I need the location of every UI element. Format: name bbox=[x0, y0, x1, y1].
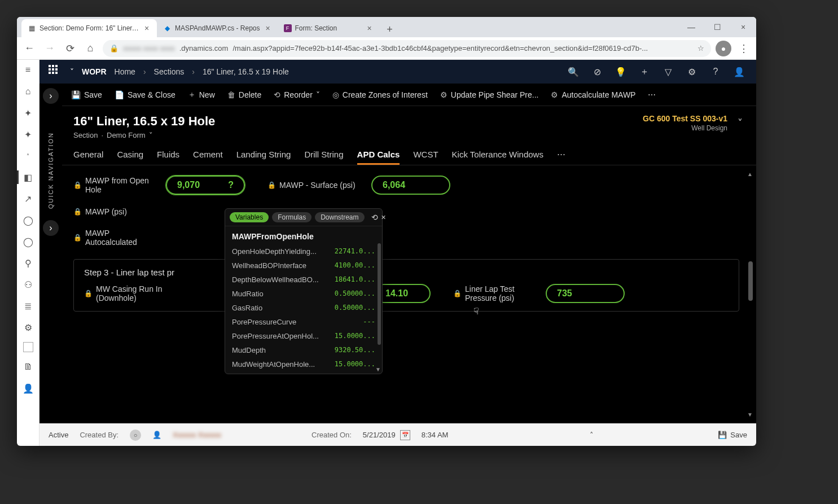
tab-casing[interactable]: Casing bbox=[117, 150, 143, 165]
mawp-open-hole-input[interactable]: 9,070 ? bbox=[166, 176, 245, 195]
task-icon[interactable]: ⊘ bbox=[589, 64, 605, 80]
back-button[interactable]: ← bbox=[21, 41, 37, 56]
content-scrollbar[interactable]: ▲ ▼ bbox=[747, 171, 753, 418]
autocalc-button[interactable]: ⚙Autocalculate MAWP bbox=[551, 90, 635, 99]
variable-row[interactable]: MudWeightAtOpenHole...15.0000... bbox=[225, 357, 382, 371]
variable-row[interactable]: WellheadBOPInterface4100.00... bbox=[225, 258, 382, 273]
popover-tab-downstream[interactable]: Downstream bbox=[315, 212, 364, 222]
breadcrumb-home[interactable]: Home bbox=[115, 67, 135, 76]
chevron-down-icon[interactable]: ˅ bbox=[149, 131, 153, 139]
scroll-down-icon[interactable]: ▼ bbox=[747, 411, 753, 418]
casing-test-input[interactable]: 14.10 bbox=[374, 284, 431, 303]
user-icon[interactable]: 👤 bbox=[731, 64, 747, 80]
header-expand-icon[interactable]: ˅ bbox=[738, 117, 743, 129]
liner-lap-input[interactable]: 735 bbox=[546, 284, 625, 303]
rail-gear-icon[interactable]: ⚙ bbox=[21, 321, 35, 334]
quicknav-expand-icon[interactable]: › bbox=[43, 220, 59, 236]
close-icon[interactable]: × bbox=[142, 24, 151, 33]
mawp-surface-input[interactable]: 6,064 bbox=[371, 176, 450, 195]
variable-row[interactable]: MudRatio0.50000... bbox=[225, 287, 382, 301]
new-tab-button[interactable]: + bbox=[382, 21, 398, 37]
tab-kick-tolerance[interactable]: Kick Tolerance Windows bbox=[452, 150, 543, 165]
gear-icon[interactable]: ⚙ bbox=[684, 64, 700, 80]
close-window-button[interactable]: × bbox=[730, 17, 756, 37]
browser-menu-button[interactable]: ⋮ bbox=[736, 42, 752, 55]
form-selector[interactable]: Demo Form bbox=[107, 131, 146, 139]
save-button[interactable]: 💾Save bbox=[71, 90, 102, 99]
help-icon[interactable]: ? bbox=[708, 64, 723, 80]
popover-scrollbar[interactable] bbox=[378, 243, 381, 345]
tab-fluids[interactable]: Fluids bbox=[157, 150, 179, 165]
overflow-button[interactable]: ⋯ bbox=[648, 90, 656, 99]
rail-chevron-icon[interactable]: ˄ bbox=[21, 149, 35, 163]
tab-apd-calcs[interactable]: APD Calcs bbox=[357, 150, 400, 165]
tab-general[interactable]: General bbox=[73, 150, 103, 165]
created-by-name[interactable]: Xxxxxx Xxxxxx bbox=[173, 431, 221, 439]
related-well-title[interactable]: GC 600 Test SS 003-v1 bbox=[643, 114, 727, 123]
rail-icon[interactable]: ◯ bbox=[21, 213, 35, 227]
tab-cement[interactable]: Cement bbox=[193, 150, 223, 165]
delete-button[interactable]: 🗑Delete bbox=[227, 90, 261, 99]
browser-tab-2[interactable]: ◆ MASPAndMAWP.cs - Repos × bbox=[157, 19, 278, 37]
create-zones-button[interactable]: ◎Create Zones of Interest bbox=[332, 90, 428, 99]
filter-icon[interactable]: ▽ bbox=[660, 64, 676, 80]
rail-icon[interactable]: ⚲ bbox=[21, 256, 35, 270]
close-icon[interactable]: × bbox=[365, 24, 374, 33]
rail-nav-icon[interactable]: ✦ bbox=[21, 128, 35, 141]
breadcrumb-sections[interactable]: Sections bbox=[154, 67, 185, 76]
quicknav-expand-icon[interactable]: › bbox=[43, 88, 59, 104]
scroll-up-icon[interactable]: ▲ bbox=[747, 171, 753, 177]
forward-button[interactable]: → bbox=[42, 41, 58, 56]
chevron-down-icon[interactable]: ˅ bbox=[70, 67, 74, 76]
profile-avatar[interactable]: ● bbox=[716, 41, 731, 56]
plus-icon[interactable]: ＋ bbox=[637, 64, 652, 80]
rail-selected-icon[interactable]: ◧ bbox=[21, 170, 35, 184]
variable-row[interactable]: OpenHoleDepthYielding...22741.0... bbox=[225, 244, 382, 258]
reload-button[interactable]: ⟳ bbox=[62, 41, 78, 56]
popover-tab-variables[interactable]: Variables bbox=[230, 212, 269, 222]
rail-icon[interactable]: ≣ bbox=[21, 299, 35, 313]
new-button[interactable]: ＋New bbox=[188, 90, 215, 100]
url-input[interactable]: 🔒 xxxxx xxxx xxxx .dynamics.com /main.as… bbox=[103, 40, 711, 57]
variable-row[interactable]: GasRatio0.50000... bbox=[225, 301, 382, 315]
variable-row[interactable]: MudDepth9320.50... bbox=[225, 343, 382, 357]
close-icon[interactable]: × bbox=[264, 24, 273, 33]
scroll-down-icon[interactable]: ▼ bbox=[375, 366, 381, 372]
star-icon[interactable]: ☆ bbox=[697, 44, 704, 52]
variable-row[interactable]: PorePressureCurve--- bbox=[225, 315, 382, 329]
app-launcher-icon[interactable] bbox=[49, 65, 62, 78]
maximize-button[interactable]: ☐ bbox=[704, 17, 730, 37]
rail-icon[interactable] bbox=[23, 342, 33, 352]
formula-help-icon[interactable]: ? bbox=[228, 180, 234, 190]
tab-landing-string[interactable]: Landing String bbox=[236, 150, 291, 165]
tab-overflow[interactable]: ⋯ bbox=[557, 149, 565, 165]
update-pipe-button[interactable]: ⚙Update Pipe Shear Pre... bbox=[440, 90, 539, 99]
reorder-button[interactable]: ⟲Reorder˅ bbox=[274, 90, 320, 99]
search-icon[interactable]: 🔍 bbox=[565, 64, 581, 80]
variable-row[interactable]: DepthBelowWellheadBO...18641.0... bbox=[225, 273, 382, 287]
footer-save-button[interactable]: 💾 Save bbox=[718, 431, 747, 439]
rail-home-icon[interactable]: ⌂ bbox=[21, 85, 35, 98]
scroll-thumb[interactable] bbox=[748, 261, 753, 301]
tab-drill-string[interactable]: Drill String bbox=[304, 150, 343, 165]
calendar-icon[interactable]: 📅 bbox=[400, 430, 410, 440]
tab-wcst[interactable]: WCST bbox=[413, 150, 438, 165]
popover-tab-formulas[interactable]: Formulas bbox=[272, 212, 311, 222]
home-button[interactable]: ⌂ bbox=[82, 41, 98, 56]
browser-tab-3[interactable]: F Form: Section × bbox=[278, 19, 380, 37]
chevron-up-icon[interactable]: ˄ bbox=[590, 431, 594, 439]
refresh-icon[interactable]: ⟲ bbox=[371, 213, 378, 222]
rail-nav-icon[interactable]: ✦ bbox=[21, 106, 35, 120]
close-icon[interactable]: × bbox=[381, 213, 386, 222]
rail-person-icon[interactable]: ⚇ bbox=[21, 278, 35, 291]
rail-icon[interactable]: ◯ bbox=[21, 235, 35, 248]
created-on-date[interactable]: 5/21/2019 bbox=[363, 431, 396, 439]
rail-icon[interactable]: ↗ bbox=[21, 192, 35, 205]
variable-row[interactable]: PorePressureAtOpenHol...15.0000... bbox=[225, 329, 382, 343]
rail-person-icon[interactable]: 👤 bbox=[21, 382, 35, 395]
rail-icon[interactable]: 🗎 bbox=[21, 360, 35, 374]
save-close-button[interactable]: 📄Save & Close bbox=[115, 90, 176, 99]
popover-body[interactable]: MAWPFromOpenHole OpenHoleDepthYielding..… bbox=[225, 226, 382, 374]
lightbulb-icon[interactable]: 💡 bbox=[613, 64, 629, 80]
minimize-button[interactable]: — bbox=[678, 17, 704, 37]
